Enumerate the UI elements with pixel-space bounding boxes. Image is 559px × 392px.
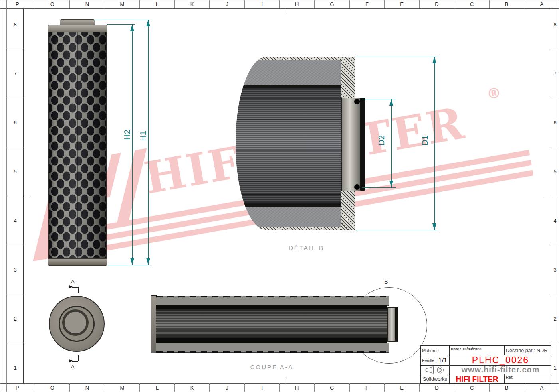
grid-number-cell: 2 — [551, 294, 559, 343]
grid-letter-cell: L — [140, 0, 175, 9]
grid-letter-cell: D — [420, 0, 455, 9]
grid-letter-cell: C — [454, 383, 490, 392]
arrowhead-icon — [432, 223, 436, 230]
grid-letter-cell: I — [245, 0, 280, 9]
top-view-core-ring — [62, 309, 89, 336]
section-cut-label-a-top: A — [71, 278, 75, 284]
grid-number-cell: 6 — [551, 98, 559, 147]
o-ring-top — [354, 99, 360, 104]
grid-letter-cell: O — [35, 383, 70, 392]
detail-outlet-collar — [341, 98, 365, 191]
detail-view — [236, 57, 367, 230]
sheet-number-field: Feuille : 1/1 — [421, 355, 450, 366]
arrowhead-icon — [389, 181, 393, 187]
detail-seal-groove — [360, 98, 365, 191]
centering-mark — [23, 196, 30, 196]
section-media-edge-bottom — [156, 338, 387, 343]
section-cut-line — [78, 355, 79, 361]
grid-number-cell: 1 — [551, 343, 559, 392]
grid-letter-cell: F — [350, 0, 385, 9]
projection-symbol-icon — [421, 366, 450, 374]
extension-line — [356, 57, 439, 57]
extension-line — [95, 20, 151, 20]
section-arrow-icon — [69, 359, 73, 362]
arrowhead-icon — [130, 24, 134, 31]
title-block: Matière : Date : 10/03/2023 Dessiné par … — [420, 345, 551, 384]
section-pleated-media — [156, 309, 387, 338]
section-outer-shell-top — [156, 296, 389, 306]
dimension-line-h1 — [148, 20, 149, 265]
grid-letter-cell: E — [385, 0, 420, 9]
section-outlet-collar — [387, 307, 398, 342]
grid-number-cell: 3 — [7, 245, 24, 294]
grid-number-cell: 4 — [551, 196, 559, 245]
grid-letter-cell: L — [140, 383, 175, 392]
detail-callout-label-b: B — [384, 278, 388, 285]
dimension-line-h2 — [132, 24, 133, 265]
section-cut-line — [72, 287, 78, 288]
grid-letter-cell: N — [70, 0, 105, 9]
grid-letter-cell: D — [420, 383, 455, 392]
section-view — [151, 295, 398, 353]
feuille-value: 1/1 — [438, 357, 447, 364]
grid-number-cell: 8 — [551, 0, 559, 49]
drawing-sheet: HIFI FILTER ® PONMLKJIHGFEDCBA PONMLKJIH… — [0, 0, 559, 392]
section-cut-line — [72, 361, 78, 362]
part-number: PLHC_0026 — [450, 355, 551, 366]
grid-number-cell: 8 — [7, 0, 24, 49]
extension-line — [362, 187, 396, 188]
matiere-label: Matière : — [421, 346, 450, 355]
extension-line — [356, 230, 439, 230]
grid-letter-cell: K — [175, 0, 210, 9]
section-arrow-icon — [69, 285, 73, 288]
grid-letter-cell: J — [210, 0, 245, 9]
detail-media-separator — [236, 194, 354, 195]
grid-number-cell: 7 — [7, 49, 24, 98]
top-view-inner-ring — [59, 306, 95, 342]
arrowhead-icon — [146, 258, 150, 265]
grid-letter-cell: B — [490, 0, 525, 9]
centering-mark — [287, 377, 287, 383]
arrowhead-icon — [130, 258, 134, 265]
o-ring-bottom — [354, 184, 360, 190]
section-outer-shell-bottom — [156, 343, 389, 353]
website-link[interactable]: www.hifi-filter.com — [450, 366, 551, 374]
arrowhead-icon — [146, 20, 150, 26]
grid-number-cell: 6 — [7, 98, 24, 147]
top-view-outer-circle — [49, 296, 105, 352]
dim-label-d2: D2 — [377, 132, 386, 149]
grid-number-cell: 1 — [7, 343, 24, 392]
filter-top-endcap — [48, 25, 107, 33]
grid-letter-cell: G — [315, 0, 350, 9]
section-media-edge-top — [156, 305, 387, 309]
grid-letter-cell: J — [210, 383, 245, 392]
grid-number-cell: 5 — [7, 147, 24, 196]
grid-letter-cell: E — [385, 383, 420, 392]
grid-letter-cell: K — [175, 383, 210, 392]
centering-mark — [544, 196, 551, 196]
grid-letter-cell: F — [350, 383, 385, 392]
arrowhead-icon — [432, 57, 436, 63]
grid-letter-cell: H — [280, 0, 315, 9]
grid-number-cell: 2 — [7, 294, 24, 343]
section-view-title: COUPE A-A — [238, 364, 306, 370]
grid-letter-cell: H — [280, 383, 315, 392]
grid-letter-cell: B — [490, 383, 525, 392]
grid-letter-cell: O — [35, 0, 70, 9]
software-label: Solidworks — [421, 374, 450, 384]
grid-letter-cell: N — [70, 383, 105, 392]
section-cut-label-a-bottom: A — [71, 364, 75, 370]
feuille-label: Feuille : — [422, 358, 437, 363]
section-cut-line — [78, 287, 79, 293]
grid-band-right: 87654321 — [551, 0, 559, 392]
dimension-line-d2 — [391, 99, 392, 187]
grid-band-top: PONMLKJIHGFEDCBA — [0, 0, 559, 9]
arrowhead-icon — [389, 99, 393, 106]
drawn-by-field: Dessiné par : NDR — [505, 346, 551, 355]
detail-view-title: DÉTAIL B — [280, 244, 333, 251]
detail-cap-wall-bottom — [341, 190, 355, 230]
extension-line — [107, 265, 151, 265]
dim-label-d1: D1 — [420, 132, 430, 149]
grid-number-cell: 4 — [7, 196, 24, 245]
detail-pleated-media — [236, 88, 354, 203]
